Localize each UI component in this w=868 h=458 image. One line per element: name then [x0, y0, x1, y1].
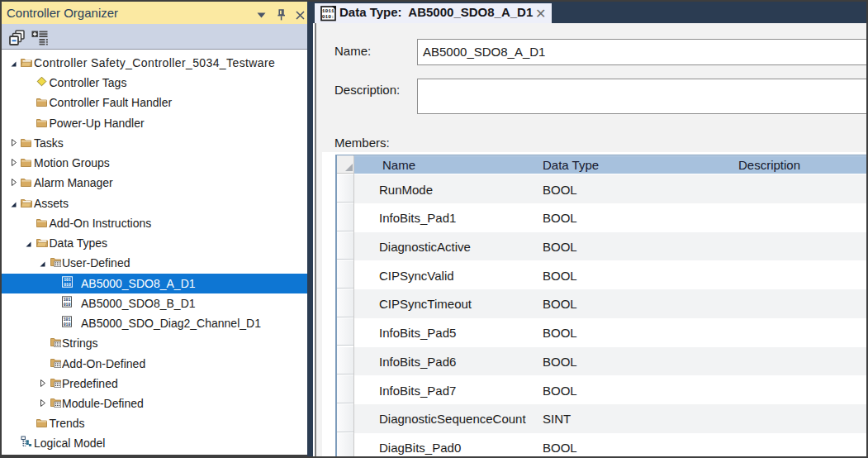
svg-text:010: 010 — [64, 282, 71, 286]
svg-text:010: 010 — [64, 322, 71, 327]
svg-text:101: 101 — [64, 298, 71, 302]
svg-text:010: 010 — [64, 302, 71, 306]
svg-text:101: 101 — [64, 317, 71, 322]
svg-text:010:: 010: — [322, 14, 334, 20]
svg-text:101: 101 — [64, 278, 71, 282]
svg-text:1011: 1011 — [322, 8, 334, 14]
